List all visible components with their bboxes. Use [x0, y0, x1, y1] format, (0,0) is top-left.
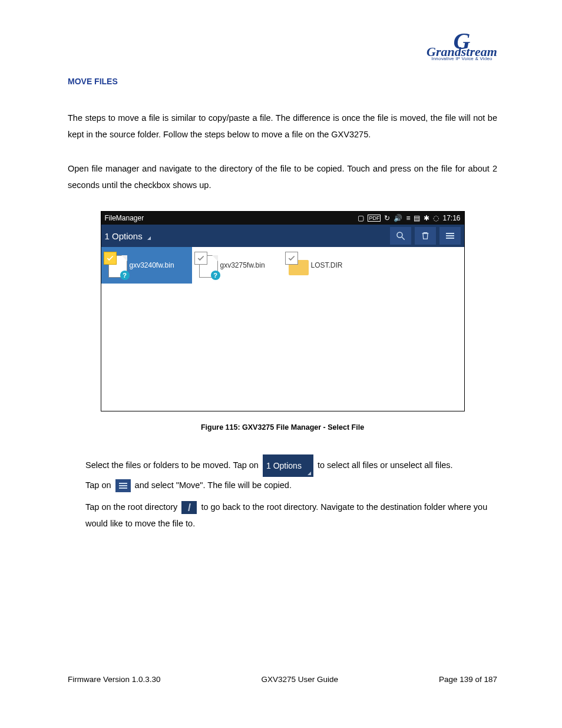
options-dropdown[interactable]: 1 Options [105, 231, 151, 241]
sync-icon: ↻ [384, 214, 390, 222]
file-checkbox[interactable] [104, 252, 117, 265]
file-item[interactable]: LOST.DIR [283, 247, 373, 284]
app-title: FileManager [105, 214, 358, 222]
page-footer: Firmware Version 1.0.3.30 GXV3275 User G… [68, 675, 497, 684]
status-icons-group: ▢ PDF ↻ 🔊 ≡ ▤ ✱ ◌ 17:16 [358, 214, 460, 222]
pdf-icon: PDF [368, 215, 381, 222]
search-button[interactable] [390, 227, 411, 245]
file-grid: ? gxv3240fw.bin ? gxv3275fw.bin [101, 247, 464, 284]
options-chip[interactable]: 1 Options [263, 459, 313, 473]
menu-icon [446, 233, 454, 239]
step-2-text-b: to select all files or unselect all file… [318, 460, 453, 470]
step-1-text: Open file manager and navigate to the di… [68, 160, 497, 193]
file-name: gxv3275fw.bin [220, 261, 265, 269]
file-icon-container [286, 253, 309, 278]
unknown-type-badge: ? [211, 271, 220, 280]
step-4-text-a: Tap on the root directory [85, 502, 177, 512]
intro-paragraph: The steps to move a file is similar to c… [68, 110, 497, 143]
section-heading: MOVE FILES [68, 77, 497, 86]
search-icon [395, 230, 406, 241]
file-icon-container: ? [105, 253, 127, 278]
picture-icon: ▢ [358, 214, 364, 222]
file-manager-toolbar: 1 Options [101, 225, 464, 247]
menu-chip-icon [115, 479, 131, 492]
body-text: The steps to move a file is similar to c… [68, 110, 497, 193]
check-icon [287, 254, 296, 262]
file-item[interactable]: ? gxv3240fw.bin [101, 247, 192, 284]
network-icon: ≡ [406, 214, 410, 222]
gps-icon: ◌ [433, 214, 439, 222]
file-name: gxv3240fw.bin [130, 261, 174, 269]
volume-icon: 🔊 [394, 214, 402, 222]
embedded-screenshot: FileManager ▢ PDF ↻ 🔊 ≡ ▤ ✱ ◌ 17:16 1 Op… [101, 211, 465, 411]
root-chip[interactable]: / [181, 500, 197, 515]
file-checkbox[interactable] [285, 252, 298, 265]
footer-doc-title: GXV3275 User Guide [261, 675, 338, 684]
step-3-text-b: and select "Move". The file will be copi… [135, 480, 292, 490]
file-name: LOST.DIR [311, 261, 343, 269]
check-icon [106, 254, 114, 262]
figure-caption: Figure 115: GXV3275 File Manager - Selec… [68, 423, 497, 431]
step-4: Tap on the root directory / to go back t… [85, 499, 497, 532]
clock-text: 17:16 [442, 214, 460, 222]
delete-button[interactable] [415, 227, 436, 245]
bluetooth-icon: ✱ [424, 214, 429, 222]
step-3-text-a: Tap on [85, 480, 111, 490]
file-checkbox[interactable] [194, 252, 207, 265]
doc-icon: ▤ [414, 214, 420, 222]
brand-logo: GGrandstream Innovative IP Voice & Video [421, 32, 503, 61]
step-2-text-a: Select the files or folders to be moved.… [85, 460, 259, 470]
svg-line-1 [402, 237, 405, 240]
brand-logo-tagline: Innovative IP Voice & Video [421, 56, 503, 61]
menu-button[interactable] [439, 227, 461, 245]
step-2: Select the files or folders to be moved.… [85, 455, 497, 475]
footer-firmware: Firmware Version 1.0.3.30 [68, 675, 161, 684]
options-chip-label: 1 Options [263, 454, 313, 477]
root-chip-glyph: / [181, 501, 197, 514]
android-statusbar: FileManager ▢ PDF ↻ 🔊 ≡ ▤ ✱ ◌ 17:16 [101, 212, 464, 225]
empty-area [101, 284, 464, 411]
menu-chip[interactable] [115, 479, 131, 493]
check-icon [197, 254, 205, 262]
unknown-type-badge: ? [120, 271, 130, 280]
file-item[interactable]: ? gxv3275fw.bin [192, 247, 283, 284]
svg-point-0 [397, 232, 402, 238]
step-3: Tap on and select "Move". The file will … [85, 475, 497, 495]
brand-logo-text: GGrandstream [421, 32, 503, 57]
document-page: GGrandstream Innovative IP Voice & Video… [0, 0, 562, 728]
options-label: 1 Options [105, 231, 143, 241]
file-icon-container: ? [196, 253, 218, 278]
footer-page-number: Page 139 of 187 [439, 675, 497, 684]
trash-icon [421, 230, 430, 241]
